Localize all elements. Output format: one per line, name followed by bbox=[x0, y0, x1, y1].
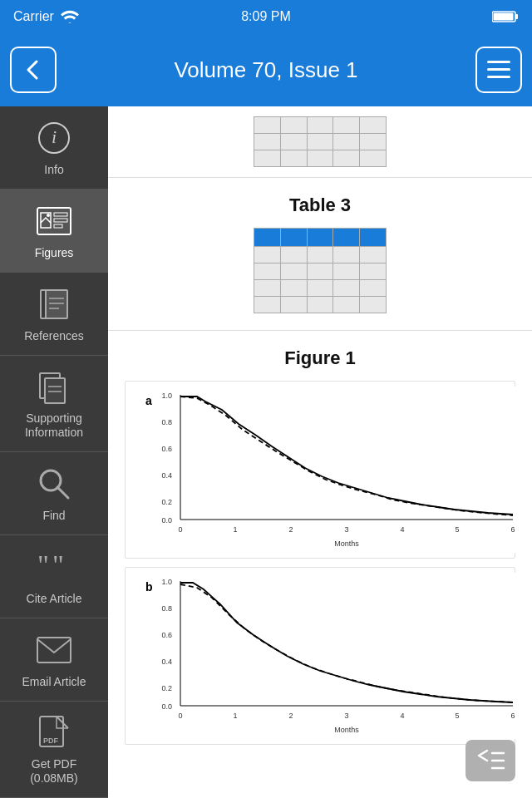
email-icon bbox=[34, 630, 74, 670]
back-button[interactable] bbox=[10, 47, 57, 93]
svg-text:": " bbox=[37, 551, 49, 580]
svg-text:0.4: 0.4 bbox=[161, 658, 172, 666]
cite-icon: " " bbox=[34, 547, 74, 587]
sidebar-item-info[interactable]: i Info bbox=[0, 106, 108, 190]
sidebar-item-references-label: References bbox=[24, 329, 84, 343]
table3-title: Table 3 bbox=[125, 195, 515, 216]
svg-text:1.0: 1.0 bbox=[161, 578, 172, 586]
svg-text:Months: Months bbox=[334, 539, 359, 548]
nav-title: Volume 70, Issue 1 bbox=[174, 57, 357, 83]
wifi-icon bbox=[61, 10, 79, 23]
svg-text:b: b bbox=[145, 580, 153, 594]
svg-text:6: 6 bbox=[510, 525, 515, 534]
svg-text:PDF: PDF bbox=[43, 736, 59, 745]
svg-text:0.8: 0.8 bbox=[161, 418, 172, 426]
svg-rect-20 bbox=[45, 378, 65, 403]
sidebar-item-find-label: Find bbox=[42, 509, 65, 523]
subfigure-b: b Survival Probability of Relapse-free S… bbox=[125, 567, 515, 745]
svg-text:i: i bbox=[52, 126, 57, 147]
svg-text:1: 1 bbox=[233, 525, 237, 534]
sidebar-item-supporting[interactable]: Supporting Information bbox=[0, 356, 108, 452]
subfigure-a: a Survival Probability of Relapse-free S… bbox=[125, 381, 515, 559]
main-layout: i Info Figures bbox=[0, 106, 532, 798]
svg-text:4: 4 bbox=[400, 712, 404, 720]
info-icon: i bbox=[34, 118, 74, 158]
sidebar-item-pdf-label: Get PDF (0.08MB) bbox=[30, 757, 78, 786]
svg-text:5: 5 bbox=[455, 712, 459, 720]
sidebar-item-info-label: Info bbox=[44, 163, 63, 177]
sidebar: i Info Figures bbox=[0, 106, 108, 798]
svg-text:3: 3 bbox=[344, 525, 348, 534]
sidebar-item-figures-label: Figures bbox=[35, 246, 74, 260]
table2-partial bbox=[254, 116, 387, 167]
sidebar-item-figures[interactable]: Figures bbox=[0, 190, 108, 273]
svg-text:0.6: 0.6 bbox=[161, 631, 172, 639]
sidebar-item-email[interactable]: Email Article bbox=[0, 618, 108, 702]
sidebar-item-find[interactable]: Find bbox=[0, 452, 108, 535]
table3-visual bbox=[254, 228, 387, 313]
svg-text:Months: Months bbox=[334, 726, 359, 734]
svg-text:a: a bbox=[145, 394, 152, 407]
svg-text:0.6: 0.6 bbox=[161, 445, 172, 453]
svg-rect-1 bbox=[494, 13, 514, 21]
svg-rect-2 bbox=[515, 14, 518, 19]
svg-text:2: 2 bbox=[288, 525, 293, 534]
menu-button[interactable] bbox=[475, 47, 522, 93]
svg-point-10 bbox=[47, 214, 50, 217]
battery-icon bbox=[492, 10, 519, 23]
figure1-title: Figure 1 bbox=[125, 347, 515, 369]
status-bar-left: Carrier bbox=[13, 9, 79, 24]
svg-text:1.0: 1.0 bbox=[161, 392, 172, 400]
supporting-icon bbox=[34, 367, 74, 406]
sidebar-item-cite[interactable]: " " Cite Article bbox=[0, 535, 108, 618]
svg-rect-4 bbox=[487, 68, 510, 71]
svg-text:0.8: 0.8 bbox=[161, 604, 172, 613]
figures-icon bbox=[34, 201, 74, 241]
svg-text:0.2: 0.2 bbox=[161, 498, 172, 506]
svg-text:4: 4 bbox=[400, 525, 404, 534]
status-bar-time: 8:09 PM bbox=[241, 9, 291, 24]
sidebar-item-pdf[interactable]: PDF Get PDF (0.08MB) bbox=[0, 702, 108, 798]
svg-rect-12 bbox=[54, 219, 67, 222]
svg-rect-11 bbox=[54, 213, 67, 216]
bottom-panel-button[interactable] bbox=[466, 740, 515, 781]
svg-text:": " bbox=[52, 551, 64, 580]
carrier-label: Carrier bbox=[13, 9, 54, 24]
sidebar-item-cite-label: Cite Article bbox=[27, 592, 82, 606]
svg-text:0: 0 bbox=[178, 712, 182, 720]
svg-text:0.2: 0.2 bbox=[161, 684, 172, 692]
find-icon bbox=[34, 464, 74, 504]
pdf-icon: PDF bbox=[34, 713, 74, 752]
sidebar-item-email-label: Email Article bbox=[22, 675, 86, 689]
svg-text:0.0: 0.0 bbox=[161, 516, 172, 525]
svg-text:2: 2 bbox=[288, 712, 293, 720]
status-bar: Carrier 8:09 PM bbox=[0, 0, 532, 33]
sidebar-item-references[interactable]: References bbox=[0, 273, 108, 356]
svg-text:1: 1 bbox=[233, 712, 237, 720]
svg-rect-15 bbox=[46, 290, 67, 318]
svg-text:0: 0 bbox=[178, 525, 182, 534]
sidebar-item-supporting-label: Supporting Information bbox=[25, 411, 83, 440]
svg-text:0.4: 0.4 bbox=[161, 471, 172, 480]
content-area[interactable]: Table 3 Figure 1 a bbox=[108, 106, 532, 798]
svg-rect-30 bbox=[131, 387, 530, 553]
svg-text:3: 3 bbox=[344, 712, 348, 720]
svg-line-24 bbox=[57, 487, 68, 498]
svg-text:6: 6 bbox=[510, 712, 515, 720]
nav-bar: Volume 70, Issue 1 bbox=[0, 33, 532, 106]
svg-text:0.0: 0.0 bbox=[161, 702, 172, 711]
table3-section: Table 3 bbox=[108, 178, 532, 331]
svg-rect-3 bbox=[487, 61, 510, 63]
table2-partial-section bbox=[108, 106, 532, 178]
svg-text:5: 5 bbox=[455, 525, 459, 534]
svg-rect-13 bbox=[54, 224, 62, 228]
figure1-section: Figure 1 a Survival Probability of Relap… bbox=[108, 331, 532, 770]
svg-rect-5 bbox=[487, 76, 510, 78]
status-bar-right bbox=[492, 10, 519, 23]
svg-rect-27 bbox=[37, 638, 71, 663]
svg-rect-49 bbox=[131, 573, 530, 739]
references-icon bbox=[34, 284, 74, 324]
